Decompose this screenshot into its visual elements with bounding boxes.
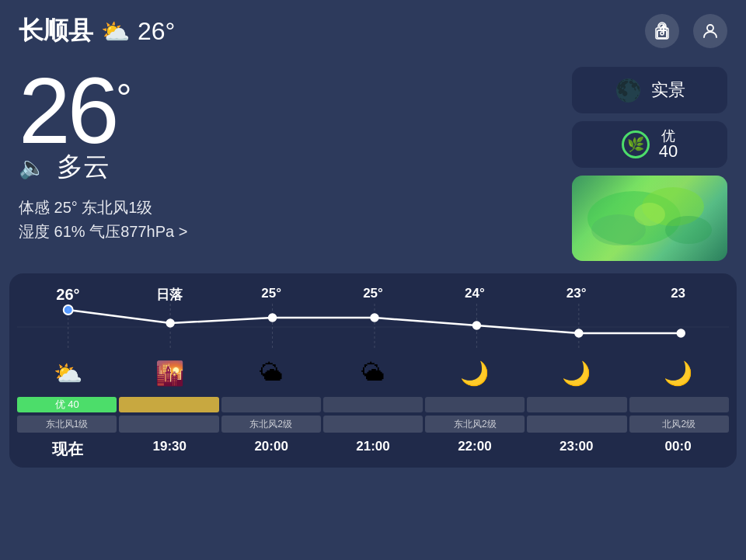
aqi-seg-2	[221, 397, 321, 412]
top-bar-right	[645, 14, 727, 48]
top-bar: 长顺县 ⛅ 26°	[0, 0, 746, 56]
svg-point-6	[665, 216, 712, 244]
temp-val-6: 23	[671, 286, 685, 301]
wind-label-2: 东北风2级	[249, 418, 292, 431]
temp-col-1: 日落	[119, 286, 221, 304]
header-temp: 26°	[138, 17, 175, 46]
details-row: 体感 25° 东北风1级 湿度 61% 气压877hPa >	[19, 197, 560, 242]
aqi-seg-0: 优 40	[17, 397, 117, 412]
header-weather-icon: ⛅	[101, 18, 130, 45]
time-col-0: 现在	[17, 439, 119, 460]
weather-icon-3: 🌥	[322, 353, 424, 392]
weather-icon-2: 🌥	[221, 353, 322, 392]
realtime-icon: 🌑	[615, 78, 642, 103]
time-col-3: 21:00	[322, 439, 424, 460]
wind-seg-4: 东北风2级	[425, 416, 525, 433]
weather-icon-0: ⛅	[17, 353, 119, 392]
big-temperature: 26°	[19, 64, 560, 157]
wind-seg-6: 北风2级	[629, 416, 729, 433]
time-val-4: 22:00	[458, 439, 491, 454]
time-col-2: 20:00	[221, 439, 322, 460]
card-realtime[interactable]: 🌑 实景	[572, 67, 727, 113]
card-aqi[interactable]: 🌿 优 40	[572, 121, 727, 168]
aqi-value: 40	[659, 143, 678, 160]
temp-col-0: 26°	[17, 286, 119, 304]
top-bar-left: 长顺县 ⛅ 26°	[19, 14, 175, 48]
temp-val-3: 25°	[363, 286, 383, 301]
aqi-leaf-icon: 🌿	[627, 136, 644, 153]
wind-seg-0: 东北风1级	[17, 416, 117, 433]
time-val-2: 20:00	[254, 439, 288, 454]
chart-container	[9, 304, 737, 350]
realtime-label: 实景	[651, 78, 685, 102]
wind-label-4: 东北风2级	[454, 418, 497, 431]
weather-row: 🔈 多云	[19, 149, 560, 185]
time-col-4: 22:00	[424, 439, 525, 460]
temp-col-4: 24°	[424, 286, 525, 304]
wind-seg-3	[323, 416, 423, 433]
time-col-1: 19:30	[119, 439, 221, 460]
wind-label-0: 东北风1级	[46, 418, 89, 431]
sound-icon[interactable]: 🔈	[19, 155, 46, 180]
main-right: 🌑 实景 🌿 优 40	[572, 64, 727, 261]
profile-button[interactable]	[693, 14, 727, 48]
weather-icon-6: 🌙	[627, 353, 729, 392]
aqi-seg-1	[119, 397, 218, 412]
temp-val-2: 25°	[261, 286, 281, 301]
temp-val-5: 23°	[566, 286, 587, 301]
detail-line-2[interactable]: 湿度 61% 气压877hPa >	[19, 221, 560, 242]
time-val-5: 23:00	[560, 439, 593, 454]
main-left: 26° 🔈 多云 体感 25° 东北风1级 湿度 61% 气压877hPa >	[19, 64, 560, 261]
main-area: 26° 🔈 多云 体感 25° 东北风1级 湿度 61% 气压877hPa > …	[0, 56, 746, 261]
profile-icon	[701, 22, 720, 40]
aqi-circle: 🌿	[622, 130, 650, 158]
time-row: 现在 19:30 20:00 21:00 22:00 23:00 00:0	[9, 434, 737, 468]
aqi-seg-3	[323, 397, 423, 412]
temp-labels-row: 26° 日落 25° 25° 24° 23° 23	[9, 286, 737, 304]
svg-point-15	[677, 329, 685, 337]
wind-label-6: 北风2级	[662, 418, 695, 431]
temp-chart-svg	[17, 304, 729, 350]
share-button[interactable]	[645, 14, 679, 48]
card-radar[interactable]	[572, 176, 727, 261]
weather-icons-row: ⛅ 🌇 🌥 🌥 🌙 🌙 🌙	[9, 350, 737, 395]
aqi-bar-row: 优 40	[9, 395, 737, 414]
svg-point-2	[707, 25, 713, 31]
temp-col-5: 23°	[525, 286, 627, 304]
wind-seg-1	[119, 416, 218, 433]
time-val-0: 现在	[52, 440, 83, 457]
radar-svg	[572, 176, 727, 261]
time-col-5: 23:00	[525, 439, 627, 460]
temp-val-4: 24°	[465, 286, 485, 301]
time-val-3: 21:00	[356, 439, 389, 454]
wind-row: 东北风1级 东北风2级 东北风2级 北风2级	[9, 414, 737, 434]
weather-icon-5: 🌙	[525, 353, 627, 392]
aqi-seg-6	[629, 397, 729, 412]
wind-seg-2: 东北风2级	[221, 416, 321, 433]
temp-val-0: 26°	[56, 286, 79, 303]
city-name: 长顺县	[19, 14, 93, 48]
hourly-section: 26° 日落 25° 25° 24° 23° 23	[9, 273, 737, 468]
detail-line-1: 体感 25° 东北风1级	[19, 197, 560, 218]
temp-col-6: 23	[627, 286, 729, 304]
temp-col-3: 25°	[322, 286, 424, 304]
wind-seg-5	[527, 416, 626, 433]
aqi-seg-label-0: 优 40	[55, 398, 79, 412]
temp-col-2: 25°	[221, 286, 322, 304]
temp-val-1: 日落	[156, 287, 183, 302]
aqi-seg-4	[425, 397, 525, 412]
time-col-6: 00:0	[627, 439, 729, 460]
share-icon	[653, 22, 671, 40]
svg-point-7	[634, 203, 665, 226]
aqi-seg-5	[527, 397, 626, 412]
weather-icon-4: 🌙	[424, 353, 525, 392]
time-val-1: 19:30	[153, 439, 186, 454]
weather-desc: 多云	[57, 149, 110, 185]
time-val-6: 00:0	[665, 439, 692, 454]
aqi-text: 优 40	[659, 129, 678, 160]
weather-icon-1: 🌇	[119, 353, 221, 392]
